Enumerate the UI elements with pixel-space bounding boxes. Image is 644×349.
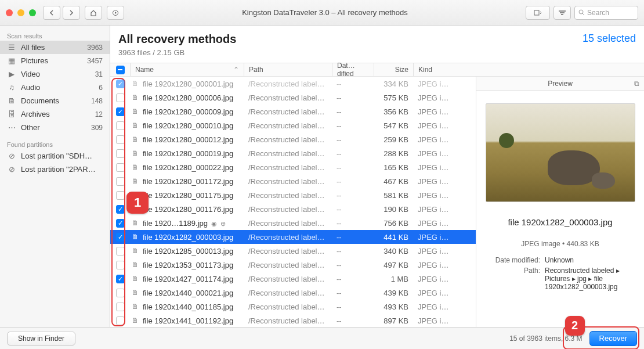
table-row[interactable]: ✓🗎file 1920x1280_000009.jpg/Reconstructe…	[110, 105, 476, 118]
file-size: 497 KB	[374, 261, 413, 269]
sidebar-item-audio[interactable]: ♫Audio6	[0, 81, 110, 94]
table-row[interactable]: 🗎file 1920x1280_000010.jpg/Reconstructed…	[110, 118, 476, 132]
home-button[interactable]	[85, 6, 102, 20]
forward-button[interactable]	[63, 6, 80, 20]
col-size[interactable]: Size	[374, 63, 413, 76]
sidebar-partition[interactable]: ⊘Lost partition "2PAR…	[0, 163, 110, 176]
file-path: /Reconstructed labele…	[244, 107, 332, 116]
table-row[interactable]: 🗎file 1920x1280_000012.jpg/Reconstructed…	[110, 132, 476, 146]
table-row[interactable]: 🗎file 1920x1280_000006.jpg/Reconstructed…	[110, 91, 476, 105]
view-mode-button[interactable]	[526, 6, 550, 20]
file-date: --	[332, 191, 374, 200]
row-checkbox[interactable]: ✓	[116, 205, 125, 214]
sidebar-item-video[interactable]: ▶Video31	[0, 67, 110, 81]
search-input[interactable]: Search	[574, 6, 638, 20]
file-path: /Reconstructed labele…	[244, 149, 332, 158]
select-all-checkbox[interactable]	[116, 66, 125, 74]
row-checkbox[interactable]	[116, 121, 125, 130]
col-date[interactable]: Dat…dified	[332, 63, 374, 76]
row-checkbox[interactable]	[116, 191, 125, 200]
maximize-window-icon[interactable]	[29, 9, 36, 16]
file-size: 288 KB	[374, 149, 413, 158]
popout-icon[interactable]: ⧉	[634, 80, 639, 88]
window-title: Kingston DataTraveler 3.0 – All recovery…	[124, 8, 526, 17]
col-path[interactable]: Path	[244, 63, 332, 76]
row-checkbox[interactable]	[116, 135, 125, 144]
file-date: --	[332, 163, 374, 172]
row-checkbox[interactable]: ✓	[116, 275, 125, 283]
col-name[interactable]: Name⌃	[130, 63, 244, 76]
row-checkbox[interactable]	[116, 149, 125, 158]
file-path: /Reconstructed labele…	[244, 219, 332, 228]
row-checkbox[interactable]	[116, 261, 125, 269]
table-row[interactable]: ✓🗎file 1920x1280_001176.jpg/Reconstructe…	[110, 202, 476, 216]
file-path: /Reconstructed labele…	[244, 121, 332, 130]
sidebar-item-pictures[interactable]: ▦Pictures3457	[0, 54, 110, 67]
sidebar-item-documents[interactable]: 🗎Documents148	[0, 94, 110, 107]
file-kind: JPEG im…	[413, 80, 455, 88]
sidebar-header-scan: Scan results	[0, 29, 110, 41]
sidebar-item-other[interactable]: ⋯Other309	[0, 121, 110, 134]
row-checkbox[interactable]: ✓	[116, 233, 125, 242]
table-row[interactable]: 🗎file 1920x1280_001172.jpg/Reconstructed…	[110, 174, 476, 188]
table-row[interactable]: 🗎file 1920x1353_001173.jpg/Reconstructed…	[110, 258, 476, 272]
close-window-icon[interactable]	[6, 9, 13, 16]
show-in-finder-button[interactable]: Show in Finder	[7, 332, 75, 346]
svg-rect-1	[534, 10, 539, 15]
row-checkbox[interactable]	[116, 163, 125, 172]
minimize-window-icon[interactable]	[17, 9, 24, 16]
sidebar-item-count: 6	[99, 84, 103, 92]
row-checkbox[interactable]	[116, 303, 125, 311]
row-checkbox[interactable]: ✓	[116, 107, 125, 116]
category-icon: ▦	[7, 56, 16, 65]
sidebar-item-all-files[interactable]: ☰All files3963	[0, 41, 110, 54]
info-icon[interactable]: ⊕	[220, 220, 226, 227]
sidebar-partition[interactable]: ⊘Lost partition "SDH…	[0, 149, 110, 163]
file-name: file 1920x1280_000010.jpg	[140, 121, 244, 130]
table-row[interactable]: 🗎file 1920x1440_000021.jpg/Reconstructed…	[110, 286, 476, 300]
preview-icon[interactable]: ◉	[211, 220, 217, 227]
sidebar: Scan results ☰All files3963▦Pictures3457…	[0, 26, 110, 327]
col-kind[interactable]: Kind	[413, 63, 455, 76]
file-path: /Reconstructed labele…	[244, 247, 332, 256]
file-path: /Reconstructed labele…	[244, 93, 332, 102]
sidebar-item-label: Lost partition "2PAR…	[21, 165, 103, 174]
table-row[interactable]: 🗎file 1920x1280_000019.jpg/Reconstructed…	[110, 146, 476, 160]
file-list[interactable]: 1 ✓🗎file 1920x1280_000001.jpg/Reconstruc…	[110, 77, 476, 327]
file-icon: 🗎	[130, 233, 140, 241]
filter-button[interactable]	[553, 6, 571, 20]
search-placeholder: Search	[587, 9, 609, 17]
file-size: 547 KB	[374, 121, 413, 130]
table-row[interactable]: ✓🗎file 1920x1427_001174.jpg/Reconstructe…	[110, 272, 476, 286]
table-row[interactable]: ✓🗎file 1920…1189.jpg◉⊕/Reconstructed lab…	[110, 216, 476, 230]
table-row[interactable]: 🗎file 1920x1441_001192.jpg/Reconstructed…	[110, 314, 476, 327]
table-row[interactable]: ✓🗎file 1920x1282_000003.jpg/Reconstructe…	[110, 230, 476, 244]
row-checkbox[interactable]	[116, 316, 125, 325]
file-size: 467 KB	[374, 177, 413, 186]
footer: Show in Finder 15 of 3963 items, 6.3 M 2…	[0, 327, 644, 349]
rescan-button[interactable]	[107, 6, 124, 20]
table-row[interactable]: 🗎file 1920x1280_001175.jpg/Reconstructed…	[110, 188, 476, 202]
table-row[interactable]: ✓🗎file 1920x1280_000001.jpg/Reconstructe…	[110, 77, 476, 91]
table-row[interactable]: 🗎file 1920x1440_001185.jpg/Reconstructed…	[110, 300, 476, 314]
file-date: --	[332, 289, 374, 297]
row-checkbox[interactable]: ✓	[116, 80, 125, 88]
row-checkbox[interactable]	[116, 289, 125, 297]
table-row[interactable]: 🗎file 1920x1280_000022.jpg/Reconstructed…	[110, 160, 476, 174]
file-icon: 🗎	[130, 219, 140, 227]
sidebar-item-archives[interactable]: 🗄Archives12	[0, 107, 110, 121]
row-checkbox[interactable]	[116, 93, 125, 102]
file-path: /Reconstructed labele…	[244, 135, 332, 144]
row-checkbox[interactable]	[116, 177, 125, 186]
file-icon: 🗎	[130, 177, 140, 185]
row-checkbox[interactable]: ✓	[116, 219, 125, 228]
file-path: /Reconstructed labele…	[244, 233, 332, 242]
file-size: 575 KB	[374, 93, 413, 102]
window-controls	[6, 9, 36, 16]
partition-icon: ⊘	[7, 165, 16, 174]
recover-button[interactable]: Recover	[589, 331, 637, 346]
table-row[interactable]: 🗎file 1920x1285_000013.jpg/Reconstructed…	[110, 244, 476, 258]
back-button[interactable]	[43, 6, 60, 20]
row-checkbox[interactable]	[116, 247, 125, 256]
file-name: file 1920x1441_001192.jpg	[140, 316, 244, 325]
